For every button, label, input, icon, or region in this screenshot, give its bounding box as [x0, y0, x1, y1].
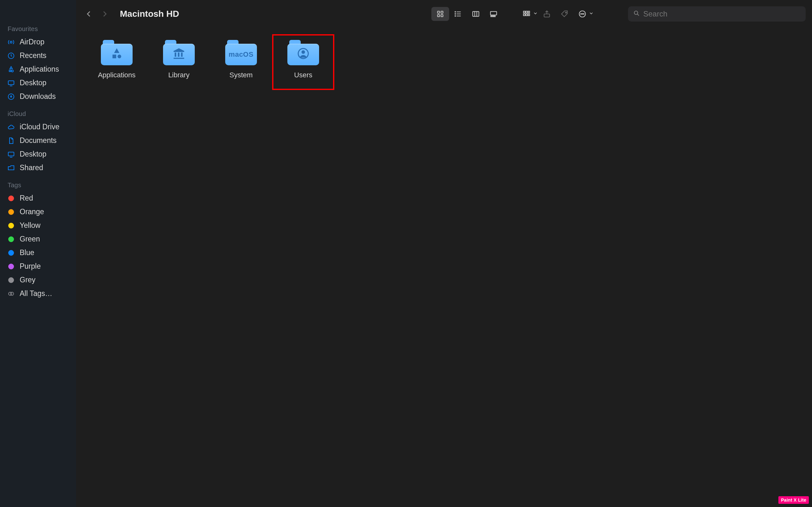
library-glyph-icon	[172, 47, 185, 62]
tag-dot-icon	[7, 222, 15, 230]
user-glyph-icon	[297, 48, 309, 62]
sidebar-tag-purple[interactable]: Purple	[3, 260, 73, 273]
search-input[interactable]	[643, 9, 801, 18]
svg-rect-4	[8, 152, 14, 156]
svg-rect-18	[494, 15, 495, 16]
folder-applications[interactable]: Applications	[86, 34, 148, 90]
sidebar-item-label: Applications	[20, 65, 59, 73]
view-mode-group	[432, 7, 502, 21]
sidebar-tag-red[interactable]: Red	[3, 191, 73, 205]
nav-forward-button[interactable]	[98, 8, 111, 20]
watermark-badge: Paint X Lite	[778, 496, 809, 504]
desktop-icon	[7, 150, 15, 158]
svg-point-31	[635, 11, 638, 14]
tag-dot-icon	[7, 276, 15, 284]
sidebar-item-label: Recents	[20, 51, 46, 60]
sidebar-item-shared[interactable]: Shared	[3, 161, 73, 175]
sidebar-item-label: AirDrop	[20, 38, 44, 46]
chevron-down-icon	[533, 11, 538, 17]
svg-point-28	[581, 14, 581, 14]
sidebar-item-airdrop[interactable]: AirDrop	[3, 35, 73, 49]
nav-back-button[interactable]	[83, 8, 95, 20]
sidebar-tag-green[interactable]: Green	[3, 232, 73, 246]
folder-users[interactable]: Users	[272, 34, 334, 90]
svg-rect-15	[490, 11, 497, 15]
folder-label: System	[229, 71, 252, 79]
sidebar-item-label: Blue	[20, 248, 34, 257]
sidebar-item-label: Yellow	[20, 221, 41, 230]
icon-grid: Applications Library macOS System	[86, 34, 803, 90]
tag-dot-icon	[7, 249, 15, 257]
view-gallery-button[interactable]	[485, 7, 502, 21]
sidebar-item-downloads[interactable]: Downloads	[3, 90, 73, 103]
cloud-icon	[7, 123, 15, 131]
main-content: Macintosh HD	[76, 0, 812, 507]
sidebar-tag-orange[interactable]: Orange	[3, 205, 73, 219]
view-column-button[interactable]	[467, 7, 485, 21]
svg-point-12	[455, 14, 455, 14]
svg-point-0	[10, 41, 12, 43]
folder-label: Applications	[98, 71, 136, 79]
svg-rect-16	[491, 15, 492, 16]
folder-icon: macOS	[225, 40, 257, 65]
svg-point-33	[301, 50, 305, 54]
sidebar-item-label: Orange	[20, 208, 44, 216]
svg-rect-9	[438, 14, 440, 16]
sidebar-item-label: Grey	[20, 276, 36, 284]
svg-rect-10	[441, 14, 443, 16]
shared-folder-icon	[7, 164, 15, 172]
folder-icon	[101, 40, 133, 65]
toolbar: Macintosh HD	[76, 0, 812, 28]
folder-library[interactable]: Library	[148, 34, 210, 90]
folder-icon	[287, 40, 319, 65]
sidebar-item-applications[interactable]: Applications	[3, 62, 73, 76]
svg-rect-19	[523, 11, 525, 13]
sidebar-item-recents[interactable]: Recents	[3, 49, 73, 62]
folder-icon	[163, 40, 195, 65]
sidebar-tag-blue[interactable]: Blue	[3, 246, 73, 260]
svg-rect-23	[526, 14, 527, 15]
folder-system[interactable]: macOS System	[210, 34, 272, 90]
sidebar-section-tags-title: Tags	[8, 181, 73, 189]
sidebar-item-desktop[interactable]: Desktop	[3, 76, 73, 90]
folder-label: Library	[168, 71, 189, 79]
svg-rect-2	[8, 81, 14, 84]
sidebar-item-label: Desktop	[20, 150, 46, 158]
sidebar-item-desktop-icloud[interactable]: Desktop	[3, 147, 73, 161]
svg-rect-20	[526, 11, 527, 13]
view-icon-button[interactable]	[432, 7, 449, 21]
svg-point-26	[565, 12, 566, 13]
applications-icon	[7, 65, 15, 73]
tags-button[interactable]	[556, 7, 573, 21]
clock-icon	[7, 52, 15, 60]
sidebar-item-icloud-drive[interactable]: iCloud Drive	[3, 120, 73, 134]
tag-dot-icon	[7, 262, 15, 271]
svg-point-29	[582, 14, 583, 14]
sidebar-item-label: All Tags…	[20, 289, 52, 298]
svg-point-13	[455, 15, 455, 16]
svg-rect-22	[523, 14, 525, 15]
folder-content-area[interactable]: Applications Library macOS System	[76, 28, 812, 507]
sidebar-item-label: Green	[20, 235, 40, 243]
svg-rect-24	[528, 14, 529, 15]
search-field[interactable]	[628, 6, 806, 21]
sidebar-section-icloud-title: iCloud	[8, 110, 73, 118]
folder-label: Users	[294, 71, 312, 79]
sidebar-tag-grey[interactable]: Grey	[3, 273, 73, 287]
svg-rect-25	[544, 14, 549, 17]
view-list-button[interactable]	[449, 7, 467, 21]
sidebar: Favourites AirDrop Recents Applications …	[0, 0, 76, 507]
window-title: Macintosh HD	[120, 9, 179, 19]
sidebar-tag-yellow[interactable]: Yellow	[3, 219, 73, 232]
tag-dot-icon	[7, 235, 15, 243]
svg-rect-8	[441, 11, 443, 13]
sidebar-item-documents[interactable]: Documents	[3, 134, 73, 147]
toolbar-actions-group	[518, 7, 594, 21]
sidebar-all-tags[interactable]: All Tags…	[3, 287, 73, 300]
chevron-down-icon	[589, 11, 594, 17]
airdrop-icon	[7, 38, 15, 46]
svg-rect-7	[438, 11, 440, 13]
search-icon	[633, 10, 640, 18]
system-glyph-text: macOS	[229, 50, 253, 59]
share-button[interactable]	[538, 7, 556, 21]
